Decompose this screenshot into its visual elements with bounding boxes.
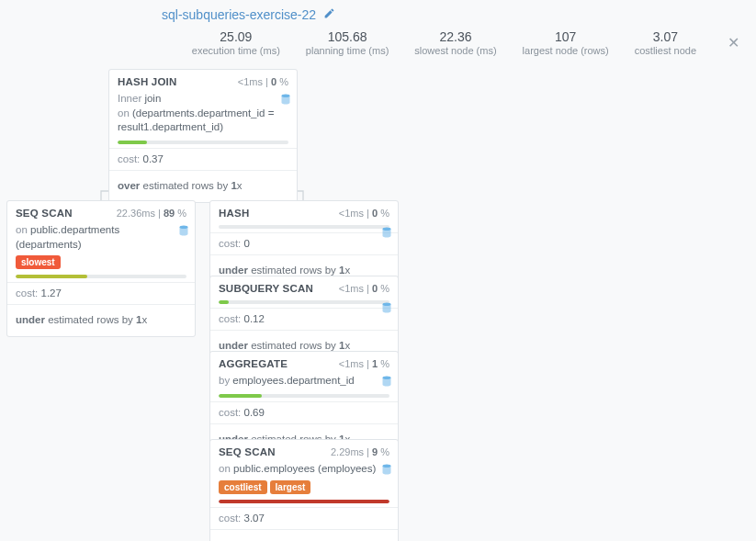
stat-slow-lbl: slowest node (ms): [414, 45, 496, 56]
stat-large-val: 107: [523, 29, 609, 44]
summary-stats: 25.09execution time (ms) 105.68planning …: [0, 26, 756, 69]
cost-line: cost: 3.07: [219, 513, 389, 525]
node-title: SEQ SCAN: [219, 446, 276, 457]
node-desc: by employees.department_id: [219, 374, 389, 389]
badge-costliest: costliest: [219, 480, 267, 494]
badge-largest: largest: [270, 480, 311, 494]
stat-cost-lbl: costliest node: [635, 45, 696, 56]
node-title: HASH: [219, 208, 249, 219]
cost-line: cost: 1.27: [16, 287, 186, 300]
close-icon[interactable]: ✕: [728, 34, 739, 51]
database-icon[interactable]: [381, 227, 392, 240]
database-icon[interactable]: [280, 94, 291, 107]
database-icon[interactable]: [381, 302, 392, 315]
progress-bar: [219, 394, 389, 398]
stat-exec-lbl: execution time (ms): [192, 45, 280, 56]
node-stats: <1ms | 0 %: [339, 283, 389, 294]
node-stats: <1ms | 0 %: [339, 208, 389, 219]
node-title: SUBQUERY SCAN: [219, 283, 313, 294]
estimate-line: under estimated rows by 1x: [16, 310, 186, 332]
node-title: HASH JOIN: [118, 76, 176, 87]
stat-cost-val: 3.07: [635, 29, 696, 44]
node-stats: 22.36ms | 89 %: [117, 208, 186, 219]
progress-bar: [219, 300, 389, 304]
database-icon[interactable]: [178, 225, 189, 238]
node-desc: on public.employees (employees): [219, 462, 389, 477]
node-stats: <1ms | 0 %: [238, 76, 288, 87]
node-desc: on public.departments (departments): [16, 223, 186, 252]
node-title: SEQ SCAN: [16, 208, 73, 219]
node-subquery-scan[interactable]: SUBQUERY SCAN <1ms | 0 % cost: 0.12 unde…: [209, 276, 399, 363]
node-hash[interactable]: HASH <1ms | 0 % cost: 0 under estimated …: [209, 200, 399, 287]
progress-bar: [16, 275, 186, 278]
progress-bar: [219, 225, 389, 229]
database-icon[interactable]: [381, 376, 392, 389]
cost-line: cost: 0: [219, 238, 389, 251]
estimate-line: under estimated rows by 1x: [219, 535, 389, 541]
pencil-icon[interactable]: [323, 7, 335, 22]
node-stats: <1ms | 1 %: [339, 358, 389, 369]
stat-large-lbl: largest node (rows): [523, 45, 609, 56]
node-seq-scan-employees[interactable]: SEQ SCAN 2.29ms | 9 % on public.employee…: [209, 439, 399, 541]
cost-line: cost: 0.37: [118, 153, 288, 166]
page-title: sql-subqueries-exercise-22: [162, 7, 316, 22]
cost-line: cost: 0.69: [219, 407, 389, 420]
progress-bar: [118, 141, 288, 144]
estimate-line: over estimated rows by 1x: [118, 175, 288, 197]
cost-line: cost: 0.12: [219, 313, 389, 326]
stat-plan-val: 105.68: [306, 29, 389, 44]
node-hash-join[interactable]: HASH JOIN <1ms | 0 % Inner joinon (depar…: [108, 69, 298, 203]
node-seq-scan-departments[interactable]: SEQ SCAN 22.36ms | 89 % on public.depart…: [6, 200, 196, 337]
node-title: AGGREGATE: [219, 358, 288, 369]
node-desc: Inner joinon (departments.department_id …: [118, 92, 288, 135]
badge-slowest: slowest: [16, 255, 61, 269]
database-icon[interactable]: [381, 464, 392, 477]
progress-bar: [219, 500, 389, 503]
stat-exec-val: 25.09: [192, 29, 280, 44]
node-stats: 2.29ms | 9 %: [331, 446, 389, 457]
stat-plan-lbl: planning time (ms): [306, 45, 389, 56]
stat-slow-val: 22.36: [414, 29, 496, 44]
